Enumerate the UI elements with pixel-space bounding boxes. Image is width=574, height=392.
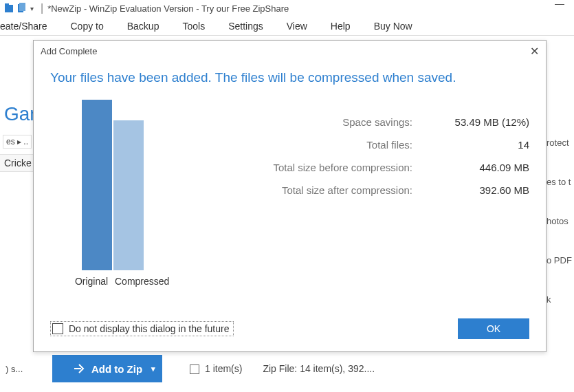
status-checkbox[interactable] [190, 364, 199, 374]
stat-value: 14 [412, 139, 529, 151]
stat-label: Total size after compression: [188, 184, 412, 196]
svg-rect-1 [5, 3, 9, 6]
stat-label: Space savings: [188, 116, 412, 128]
dont-show-again-checkbox[interactable]: Do not display this dialog in the future [50, 321, 234, 336]
stat-value: 53.49 MB (12%) [412, 116, 529, 128]
checkbox-icon[interactable] [52, 323, 63, 334]
menu-backup[interactable]: Backup [127, 21, 159, 32]
menu-help[interactable]: Help [331, 21, 351, 32]
compression-chart: Original Compressed [50, 100, 188, 287]
compression-stats: Space savings: 53.49 MB (12%) Total file… [188, 100, 529, 287]
qat-dropdown-icon[interactable]: ▾ [30, 5, 34, 12]
right-fragment: rotect [547, 138, 574, 148]
bar-compressed [113, 120, 144, 270]
minimize-icon[interactable] [555, 4, 564, 6]
dont-show-label: Do not display this dialog in the future [69, 323, 229, 334]
dialog-message: Your files have been added. The files wi… [50, 68, 476, 87]
right-fragment: hotos [547, 216, 574, 226]
bottom-bar: ) s... Add to Zip ▾ 1 item(s) Zip File: … [0, 355, 574, 382]
title-separator: | [41, 2, 43, 14]
dialog-titlebar: Add Complete ✕ [34, 41, 546, 61]
right-panel-fragments: rotect es to t hotos o PDF k [547, 138, 574, 334]
window-titlebar: ▾ | *NewZip - WinZip Evaluation Version … [0, 0, 574, 17]
chevron-down-icon[interactable]: ▾ [151, 364, 155, 373]
right-fragment: o PDF [547, 255, 574, 265]
right-fragment: es to t [547, 177, 574, 187]
menu-bar: eate/Share Copy to Backup Tools Settings… [0, 17, 574, 36]
chart-label-compressed: Compressed [115, 276, 173, 287]
qat-icon[interactable] [16, 3, 26, 14]
right-fragment: k [547, 294, 574, 305]
menu-copy-to[interactable]: Copy to [71, 21, 104, 32]
svg-rect-3 [19, 3, 25, 11]
close-icon[interactable]: ✕ [530, 45, 539, 58]
menu-tools[interactable]: Tools [182, 21, 205, 32]
breadcrumb-fragment[interactable]: es ▸ .. [3, 135, 32, 149]
window-title: *NewZip - WinZip Evaluation Version - Tr… [47, 3, 289, 14]
dialog-title: Add Complete [41, 46, 97, 56]
bottom-left-fragment: ) s... [0, 364, 48, 374]
chart-label-original: Original [72, 276, 111, 287]
add-arrow-icon [72, 362, 86, 375]
stat-value: 446.09 MB [412, 162, 529, 173]
ok-button[interactable]: OK [458, 318, 529, 339]
menu-view[interactable]: View [287, 21, 307, 32]
stat-value: 392.60 MB [412, 184, 529, 196]
stat-label: Total files: [188, 139, 412, 151]
svg-rect-0 [5, 5, 13, 12]
bar-original [82, 100, 112, 270]
app-icon [4, 3, 14, 14]
add-complete-dialog: Add Complete ✕ Your files have been adde… [33, 40, 547, 352]
menu-settings[interactable]: Settings [228, 21, 263, 32]
stat-label: Total size before compression: [188, 162, 412, 173]
add-to-zip-button[interactable]: Add to Zip ▾ [52, 355, 162, 382]
menu-create-share[interactable]: eate/Share [0, 21, 47, 32]
menu-buy-now[interactable]: Buy Now [374, 21, 412, 32]
status-items: 1 item(s) [190, 363, 242, 374]
zip-file-status: Zip File: 14 item(s), 392.... [263, 363, 375, 374]
list-item-fragment[interactable]: Cricke [0, 154, 36, 172]
add-button-label: Add to Zip [91, 363, 142, 375]
